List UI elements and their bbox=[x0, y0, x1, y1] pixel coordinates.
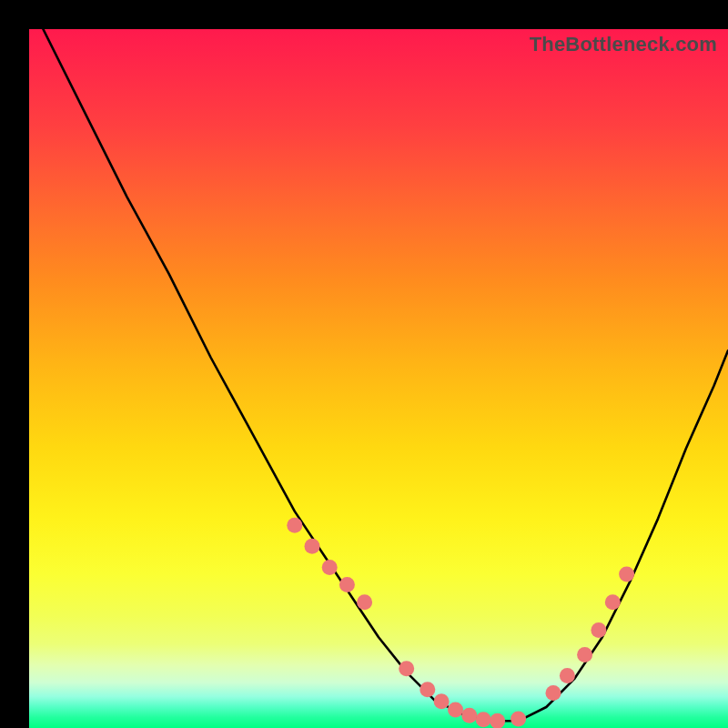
svg-point-12 bbox=[511, 712, 526, 727]
svg-point-9 bbox=[461, 708, 477, 723]
svg-point-3 bbox=[339, 577, 355, 592]
svg-point-11 bbox=[490, 713, 505, 728]
svg-point-18 bbox=[619, 567, 634, 582]
svg-point-2 bbox=[322, 560, 338, 575]
svg-point-14 bbox=[560, 668, 575, 683]
watermark-label: TheBottleneck.com bbox=[530, 33, 717, 56]
svg-point-1 bbox=[305, 539, 320, 554]
svg-point-17 bbox=[605, 594, 621, 610]
svg-point-7 bbox=[434, 693, 450, 709]
svg-point-13 bbox=[546, 685, 561, 701]
svg-point-4 bbox=[357, 594, 372, 610]
chart-svg bbox=[29, 29, 728, 728]
highlight-dots bbox=[287, 518, 634, 728]
svg-point-6 bbox=[420, 682, 435, 697]
svg-point-5 bbox=[399, 661, 414, 676]
svg-point-16 bbox=[591, 622, 606, 638]
svg-point-10 bbox=[476, 712, 491, 727]
svg-point-15 bbox=[577, 647, 592, 662]
bottleneck-curve bbox=[43, 29, 728, 721]
svg-point-0 bbox=[287, 518, 302, 533]
plot-area: TheBottleneck.com bbox=[29, 29, 728, 728]
outer-frame: TheBottleneck.com bbox=[0, 0, 728, 728]
svg-point-8 bbox=[448, 703, 463, 718]
